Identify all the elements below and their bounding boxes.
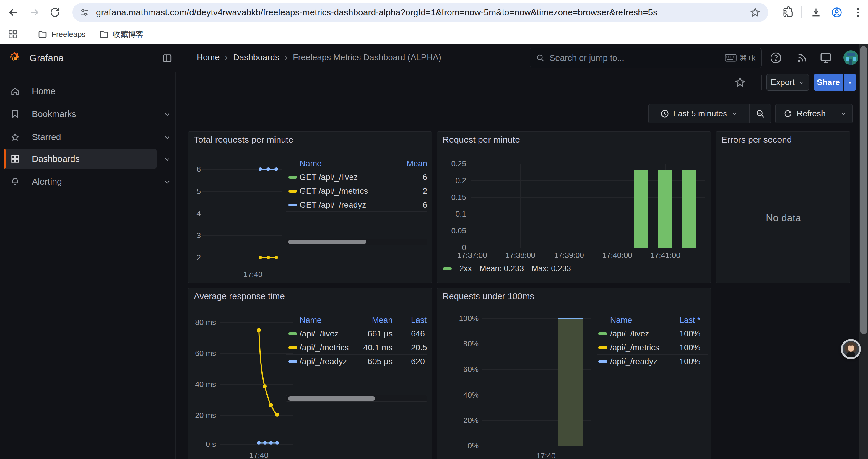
floating-avatar[interactable]	[841, 339, 861, 359]
legend-series: 2xx	[459, 264, 472, 273]
time-range-label: Last 5 minutes	[673, 109, 727, 119]
y-tick: 40%	[445, 391, 478, 400]
series-name: GET /api/_/metrics	[300, 186, 386, 196]
share-dropdown-button[interactable]	[844, 74, 856, 91]
legend-row[interactable]: GET /api/_/livez 6	[286, 170, 427, 184]
grafana-logo[interactable]	[8, 52, 22, 66]
data-point	[258, 256, 262, 259]
chevron-down-icon[interactable]	[163, 133, 171, 141]
data-point	[275, 256, 278, 259]
last-header[interactable]: Last *	[411, 316, 427, 325]
x-tick: 17:40	[534, 451, 558, 459]
data-point	[275, 441, 279, 445]
y-tick: 60%	[445, 365, 478, 374]
series-color-pill	[598, 332, 607, 335]
zoom-out-button[interactable]	[749, 104, 771, 124]
panel-title[interactable]: Average response time	[194, 291, 285, 301]
avatar-pattern	[847, 53, 855, 56]
profile-icon[interactable]	[831, 6, 843, 18]
name-header[interactable]: Name	[610, 316, 671, 325]
sidebar-item-alerting[interactable]: Alerting	[4, 172, 157, 191]
page-scrollbar-thumb[interactable]	[860, 46, 867, 334]
favorite-star-icon[interactable]	[734, 76, 746, 89]
panel-title[interactable]: Total requests per minute	[194, 135, 293, 145]
y-tick: 40 ms	[191, 380, 216, 389]
monitor-icon[interactable]	[819, 52, 832, 64]
export-button[interactable]: Export	[766, 74, 809, 91]
search-input[interactable]: Search or jump to... ⌘+k	[530, 47, 762, 68]
sidebar-item-home[interactable]: Home	[4, 81, 157, 101]
legend-row[interactable]: /api/_/readyz 605 µs 620 µs	[286, 355, 427, 368]
x-tick: 17:40:00	[599, 251, 635, 260]
y-tick: 0.15	[445, 193, 466, 202]
legend-table: Name Last * /api/_/livez 100% /api/_/met…	[597, 314, 708, 368]
bookmark-folder-label: 收藏博客	[113, 29, 144, 40]
forward-icon[interactable]	[28, 6, 40, 18]
back-icon[interactable]	[7, 6, 19, 18]
legend-row[interactable]: GET /api/_/readyz 6	[286, 198, 427, 212]
legend-row[interactable]: /api/_/livez 661 µs 646 µs	[286, 327, 427, 340]
sidebar-toggle-icon[interactable]	[162, 53, 173, 63]
bookmark-folder-blogs[interactable]: 收藏博客	[95, 27, 148, 42]
series-color-pill	[288, 346, 297, 349]
gridline	[202, 235, 282, 236]
legend-row[interactable]: /api/_/readyz 100%	[597, 355, 708, 368]
panel-request-per-minute: Request per minute 0.25 0.2 0.15 0.1 0.0…	[437, 131, 711, 283]
breadcrumb-dashboards[interactable]: Dashboards	[233, 53, 279, 62]
avatar-pattern	[846, 57, 849, 61]
panel-title[interactable]: Requests under 100ms	[442, 291, 534, 301]
time-range-picker[interactable]: Last 5 minutes	[649, 104, 749, 124]
panel-title[interactable]: Request per minute	[442, 135, 520, 145]
breadcrumb-home[interactable]: Home	[197, 53, 219, 62]
chevron-down-icon	[798, 79, 804, 86]
series-last: 646 µs	[411, 329, 427, 338]
series-name: /api/_/metrics	[300, 343, 360, 352]
user-avatar[interactable]	[843, 50, 858, 65]
url-text[interactable]: grafana.mathmast.com/d/deytv4rwavabkb/fr…	[96, 7, 749, 18]
share-button[interactable]: Share	[814, 74, 843, 91]
mean-header[interactable]: Mean	[360, 316, 393, 325]
refresh-interval-button[interactable]	[834, 104, 852, 124]
sidebar-item-bookmarks[interactable]: Bookmarks	[4, 104, 157, 124]
refresh-label: Refresh	[797, 109, 826, 119]
legend[interactable]: 2xx Mean: 0.233 Max: 0.233	[443, 264, 571, 273]
avatar-image	[843, 341, 859, 357]
reload-icon[interactable]	[49, 6, 61, 18]
bookmark-star-icon[interactable]	[749, 6, 761, 18]
menu-kebab-icon[interactable]	[852, 6, 864, 18]
legend-row[interactable]: /api/_/livez 100%	[597, 327, 708, 340]
url-bar[interactable]: grafana.mathmast.com/d/deytv4rwavabkb/fr…	[72, 3, 768, 22]
site-settings-icon[interactable]	[79, 7, 90, 18]
page-scrollbar[interactable]	[859, 44, 868, 459]
mean-header[interactable]: Mean	[386, 159, 427, 168]
news-rss-icon[interactable]	[796, 52, 808, 64]
legend-scrollbar-thumb[interactable]	[288, 396, 375, 400]
extensions-icon[interactable]	[782, 6, 794, 18]
chevron-down-icon[interactable]	[163, 178, 171, 186]
help-icon[interactable]	[770, 52, 782, 64]
legend-row[interactable]: /api/_/metrics 100%	[597, 340, 708, 355]
name-header[interactable]: Name	[300, 316, 360, 325]
chevron-down-icon[interactable]	[163, 155, 171, 163]
legend-scrollbar[interactable]	[286, 239, 427, 245]
avatar-bangs	[847, 342, 855, 346]
data-point	[267, 167, 270, 171]
legend-scrollbar[interactable]	[286, 395, 427, 402]
sidebar-item-dashboards[interactable]: Dashboards	[4, 149, 157, 169]
download-icon[interactable]	[810, 6, 822, 18]
brand-name[interactable]: Grafana	[30, 53, 64, 64]
last-header[interactable]: Last *	[671, 316, 701, 325]
chevron-down-icon[interactable]	[163, 110, 171, 118]
chevron-down-icon	[847, 79, 853, 86]
apps-grid-icon[interactable]	[7, 29, 18, 40]
legend-row[interactable]: GET /api/_/metrics 2	[286, 184, 427, 198]
bookmark-folder-freeleaps[interactable]: Freeleaps	[33, 27, 90, 42]
percentage-bar-fill	[558, 319, 583, 446]
legend-scrollbar-thumb[interactable]	[288, 240, 366, 244]
panel-title[interactable]: Errors per second	[721, 135, 792, 145]
sidebar-item-starred[interactable]: Starred	[4, 127, 157, 147]
name-header[interactable]: Name	[300, 159, 386, 168]
refresh-button[interactable]: Refresh	[775, 104, 834, 124]
no-data-message: No data	[716, 212, 850, 224]
legend-row[interactable]: /api/_/metrics 40.1 ms 20.5 ms	[286, 340, 427, 355]
